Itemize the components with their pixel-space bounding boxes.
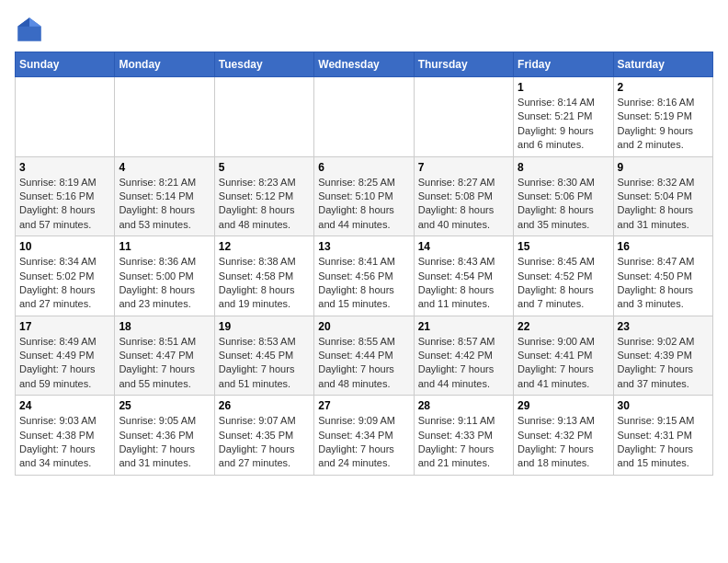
- calendar-cell: 16Sunrise: 8:47 AMSunset: 4:50 PMDayligh…: [613, 236, 712, 316]
- day-info: Sunrise: 8:36 AMSunset: 5:00 PMDaylight:…: [119, 255, 210, 312]
- day-number: 4: [119, 161, 210, 174]
- day-number: 25: [119, 399, 210, 412]
- calendar-cell: 24Sunrise: 9:03 AMSunset: 4:38 PMDayligh…: [16, 396, 115, 476]
- day-number: 27: [318, 399, 409, 412]
- calendar-cell: 1Sunrise: 8:14 AMSunset: 5:21 PMDaylight…: [514, 77, 613, 157]
- day-number: 15: [518, 240, 609, 253]
- day-info: Sunrise: 8:32 AMSunset: 5:04 PMDaylight:…: [618, 176, 709, 233]
- week-row-5: 24Sunrise: 9:03 AMSunset: 4:38 PMDayligh…: [16, 396, 713, 476]
- calendar-cell: 29Sunrise: 9:13 AMSunset: 4:32 PMDayligh…: [514, 396, 613, 476]
- calendar-cell: [314, 77, 414, 157]
- day-number: 18: [119, 320, 210, 333]
- day-number: 9: [618, 161, 709, 174]
- day-number: 20: [318, 320, 409, 333]
- calendar-cell: [214, 77, 313, 157]
- calendar-cell: 26Sunrise: 9:07 AMSunset: 4:35 PMDayligh…: [214, 396, 313, 476]
- day-info: Sunrise: 8:19 AMSunset: 5:16 PMDaylight:…: [19, 176, 110, 233]
- calendar-cell: 13Sunrise: 8:41 AMSunset: 4:56 PMDayligh…: [314, 236, 414, 316]
- calendar-cell: 5Sunrise: 8:23 AMSunset: 5:12 PMDaylight…: [214, 156, 313, 236]
- day-info: Sunrise: 8:34 AMSunset: 5:02 PMDaylight:…: [19, 255, 110, 312]
- day-number: 26: [219, 399, 310, 412]
- day-number: 24: [19, 399, 110, 412]
- day-number: 10: [19, 240, 110, 253]
- day-number: 13: [318, 240, 409, 253]
- day-info: Sunrise: 8:23 AMSunset: 5:12 PMDaylight:…: [219, 176, 310, 233]
- calendar-cell: 18Sunrise: 8:51 AMSunset: 4:47 PMDayligh…: [115, 316, 214, 396]
- day-info: Sunrise: 8:53 AMSunset: 4:45 PMDaylight:…: [219, 335, 310, 392]
- calendar-cell: [16, 77, 115, 157]
- header-monday: Monday: [115, 52, 214, 77]
- svg-marker-1: [29, 17, 41, 27]
- day-number: 1: [518, 81, 609, 94]
- calendar-cell: 17Sunrise: 8:49 AMSunset: 4:49 PMDayligh…: [16, 316, 115, 396]
- calendar-cell: 30Sunrise: 9:15 AMSunset: 4:31 PMDayligh…: [613, 396, 712, 476]
- week-row-4: 17Sunrise: 8:49 AMSunset: 4:49 PMDayligh…: [16, 316, 713, 396]
- header-friday: Friday: [514, 52, 613, 77]
- header-wednesday: Wednesday: [314, 52, 414, 77]
- page-header: [15, 15, 713, 44]
- calendar-table: SundayMondayTuesdayWednesdayThursdayFrid…: [15, 52, 713, 476]
- day-info: Sunrise: 8:43 AMSunset: 4:54 PMDaylight:…: [418, 255, 509, 312]
- day-info: Sunrise: 9:03 AMSunset: 4:38 PMDaylight:…: [19, 414, 110, 471]
- calendar-cell: [115, 77, 214, 157]
- day-info: Sunrise: 9:00 AMSunset: 4:41 PMDaylight:…: [518, 335, 609, 392]
- day-number: 7: [418, 161, 509, 174]
- day-number: 14: [418, 240, 509, 253]
- day-number: 16: [618, 240, 709, 253]
- day-info: Sunrise: 8:45 AMSunset: 4:52 PMDaylight:…: [518, 255, 609, 312]
- header-sunday: Sunday: [16, 52, 115, 77]
- day-info: Sunrise: 9:11 AMSunset: 4:33 PMDaylight:…: [418, 414, 509, 471]
- day-info: Sunrise: 8:47 AMSunset: 4:50 PMDaylight:…: [618, 255, 709, 312]
- day-number: 8: [518, 161, 609, 174]
- day-number: 28: [418, 399, 509, 412]
- day-info: Sunrise: 9:13 AMSunset: 4:32 PMDaylight:…: [518, 414, 609, 471]
- day-info: Sunrise: 9:07 AMSunset: 4:35 PMDaylight:…: [219, 414, 310, 471]
- svg-marker-2: [17, 17, 29, 27]
- day-info: Sunrise: 9:05 AMSunset: 4:36 PMDaylight:…: [119, 414, 210, 471]
- calendar-cell: 3Sunrise: 8:19 AMSunset: 5:16 PMDaylight…: [16, 156, 115, 236]
- calendar-cell: 10Sunrise: 8:34 AMSunset: 5:02 PMDayligh…: [16, 236, 115, 316]
- day-number: 11: [119, 240, 210, 253]
- week-row-2: 3Sunrise: 8:19 AMSunset: 5:16 PMDaylight…: [16, 156, 713, 236]
- day-number: 21: [418, 320, 509, 333]
- day-info: Sunrise: 8:16 AMSunset: 5:19 PMDaylight:…: [618, 96, 709, 153]
- calendar-header-row: SundayMondayTuesdayWednesdayThursdayFrid…: [16, 52, 713, 77]
- calendar-cell: 27Sunrise: 9:09 AMSunset: 4:34 PMDayligh…: [314, 396, 414, 476]
- day-number: 30: [618, 399, 709, 412]
- calendar-cell: 9Sunrise: 8:32 AMSunset: 5:04 PMDaylight…: [613, 156, 712, 236]
- day-number: 17: [19, 320, 110, 333]
- header-saturday: Saturday: [613, 52, 712, 77]
- calendar-cell: 20Sunrise: 8:55 AMSunset: 4:44 PMDayligh…: [314, 316, 414, 396]
- header-thursday: Thursday: [414, 52, 513, 77]
- calendar-cell: 11Sunrise: 8:36 AMSunset: 5:00 PMDayligh…: [115, 236, 214, 316]
- day-info: Sunrise: 9:09 AMSunset: 4:34 PMDaylight:…: [318, 414, 409, 471]
- day-info: Sunrise: 8:55 AMSunset: 4:44 PMDaylight:…: [318, 335, 409, 392]
- day-number: 5: [219, 161, 310, 174]
- day-number: 3: [19, 161, 110, 174]
- week-row-1: 1Sunrise: 8:14 AMSunset: 5:21 PMDaylight…: [16, 77, 713, 157]
- calendar-cell: 2Sunrise: 8:16 AMSunset: 5:19 PMDaylight…: [613, 77, 712, 157]
- calendar-cell: 12Sunrise: 8:38 AMSunset: 4:58 PMDayligh…: [214, 236, 313, 316]
- day-number: 6: [318, 161, 409, 174]
- calendar-cell: 14Sunrise: 8:43 AMSunset: 4:54 PMDayligh…: [414, 236, 513, 316]
- day-info: Sunrise: 8:51 AMSunset: 4:47 PMDaylight:…: [119, 335, 210, 392]
- day-info: Sunrise: 8:38 AMSunset: 4:58 PMDaylight:…: [219, 255, 310, 312]
- day-info: Sunrise: 8:27 AMSunset: 5:08 PMDaylight:…: [418, 176, 509, 233]
- logo: [15, 15, 48, 44]
- calendar-cell: 28Sunrise: 9:11 AMSunset: 4:33 PMDayligh…: [414, 396, 513, 476]
- day-info: Sunrise: 8:25 AMSunset: 5:10 PMDaylight:…: [318, 176, 409, 233]
- calendar-cell: 21Sunrise: 8:57 AMSunset: 4:42 PMDayligh…: [414, 316, 513, 396]
- calendar-cell: 15Sunrise: 8:45 AMSunset: 4:52 PMDayligh…: [514, 236, 613, 316]
- day-number: 23: [618, 320, 709, 333]
- day-number: 2: [618, 81, 709, 94]
- header-tuesday: Tuesday: [214, 52, 313, 77]
- day-info: Sunrise: 9:02 AMSunset: 4:39 PMDaylight:…: [618, 335, 709, 392]
- calendar-cell: 25Sunrise: 9:05 AMSunset: 4:36 PMDayligh…: [115, 396, 214, 476]
- day-info: Sunrise: 8:21 AMSunset: 5:14 PMDaylight:…: [119, 176, 210, 233]
- calendar-cell: 7Sunrise: 8:27 AMSunset: 5:08 PMDaylight…: [414, 156, 513, 236]
- calendar-cell: 4Sunrise: 8:21 AMSunset: 5:14 PMDaylight…: [115, 156, 214, 236]
- day-info: Sunrise: 8:57 AMSunset: 4:42 PMDaylight:…: [418, 335, 509, 392]
- calendar-cell: 6Sunrise: 8:25 AMSunset: 5:10 PMDaylight…: [314, 156, 414, 236]
- day-number: 29: [518, 399, 609, 412]
- calendar-cell: [414, 77, 513, 157]
